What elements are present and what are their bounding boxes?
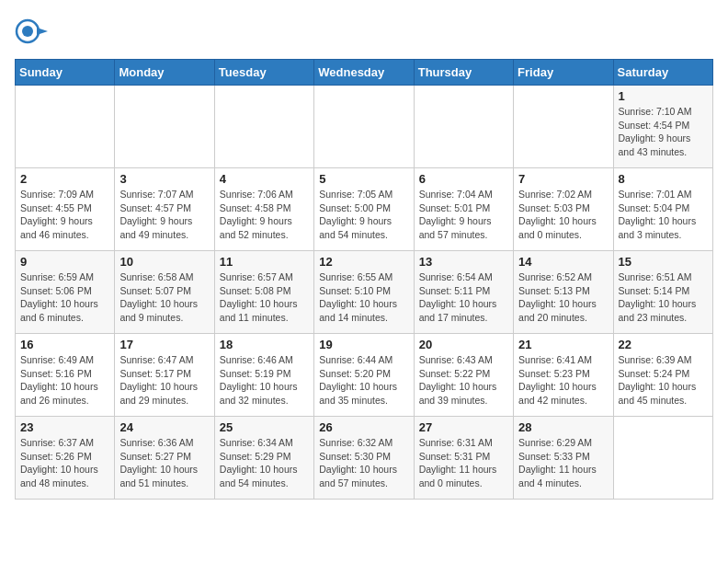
- day-number: 16: [20, 338, 109, 351]
- day-number: 25: [220, 420, 309, 434]
- calendar-cell: 17Sunrise: 6:47 AM Sunset: 5:17 PM Dayli…: [115, 334, 214, 417]
- calendar-cell: 10Sunrise: 6:58 AM Sunset: 5:07 PM Dayli…: [115, 251, 214, 334]
- calendar-cell: 20Sunrise: 6:43 AM Sunset: 5:22 PM Dayli…: [414, 334, 513, 417]
- day-number: 3: [119, 172, 209, 186]
- calendar-cell: 2Sunrise: 7:09 AM Sunset: 4:55 PM Daylig…: [16, 168, 115, 251]
- day-info: Sunrise: 7:05 AM Sunset: 5:00 PM Dayligh…: [319, 188, 408, 242]
- day-info: Sunrise: 6:47 AM Sunset: 5:17 PM Dayligh…: [119, 353, 209, 408]
- calendar-cell: 13Sunrise: 6:54 AM Sunset: 5:11 PM Dayli…: [414, 251, 513, 334]
- calendar-week-row: 2Sunrise: 7:09 AM Sunset: 4:55 PM Daylig…: [16, 168, 713, 251]
- calendar-week-row: 16Sunrise: 6:49 AM Sunset: 5:16 PM Dayli…: [16, 334, 713, 417]
- day-info: Sunrise: 6:37 AM Sunset: 5:26 PM Dayligh…: [20, 436, 109, 490]
- weekday-header-cell: Friday: [514, 60, 613, 86]
- day-info: Sunrise: 6:49 AM Sunset: 5:16 PM Dayligh…: [20, 353, 109, 408]
- day-number: 5: [319, 172, 408, 186]
- weekday-header-cell: Wednesday: [314, 60, 414, 86]
- calendar-cell: [115, 86, 214, 168]
- calendar-week-row: 9Sunrise: 6:59 AM Sunset: 5:06 PM Daylig…: [16, 251, 713, 334]
- day-number: 6: [419, 172, 508, 186]
- day-info: Sunrise: 7:09 AM Sunset: 4:55 PM Dayligh…: [20, 188, 109, 242]
- day-info: Sunrise: 6:32 AM Sunset: 5:30 PM Dayligh…: [319, 436, 408, 490]
- calendar-cell: 27Sunrise: 6:31 AM Sunset: 5:31 PM Dayli…: [414, 417, 513, 500]
- day-info: Sunrise: 6:51 AM Sunset: 5:14 PM Dayligh…: [619, 270, 708, 325]
- calendar-cell: 21Sunrise: 6:41 AM Sunset: 5:23 PM Dayli…: [514, 334, 613, 417]
- weekday-header-cell: Thursday: [414, 60, 513, 86]
- day-number: 24: [119, 420, 209, 434]
- calendar-table: SundayMondayTuesdayWednesdayThursdayFrid…: [15, 59, 713, 500]
- calendar-cell: 25Sunrise: 6:34 AM Sunset: 5:29 PM Dayli…: [214, 417, 313, 500]
- calendar-cell: 12Sunrise: 6:55 AM Sunset: 5:10 PM Dayli…: [314, 251, 414, 334]
- calendar-week-row: 23Sunrise: 6:37 AM Sunset: 5:26 PM Dayli…: [16, 417, 713, 500]
- svg-point-1: [22, 26, 33, 37]
- calendar-cell: 9Sunrise: 6:59 AM Sunset: 5:06 PM Daylig…: [16, 251, 115, 334]
- logo-icon: [15, 18, 48, 52]
- calendar-cell: 6Sunrise: 7:04 AM Sunset: 5:01 PM Daylig…: [414, 168, 513, 251]
- day-info: Sunrise: 6:39 AM Sunset: 5:24 PM Dayligh…: [619, 353, 708, 408]
- day-number: 14: [518, 255, 608, 269]
- day-info: Sunrise: 6:34 AM Sunset: 5:29 PM Dayligh…: [220, 436, 309, 490]
- calendar-cell: 18Sunrise: 6:46 AM Sunset: 5:19 PM Dayli…: [214, 334, 313, 417]
- calendar-cell: [214, 86, 313, 168]
- day-number: 26: [319, 420, 408, 434]
- day-number: 4: [220, 172, 309, 186]
- day-number: 15: [619, 255, 708, 269]
- calendar-cell: 19Sunrise: 6:44 AM Sunset: 5:20 PM Dayli…: [314, 334, 414, 417]
- svg-marker-2: [37, 28, 48, 35]
- day-info: Sunrise: 6:36 AM Sunset: 5:27 PM Dayligh…: [119, 436, 209, 490]
- calendar-cell: 1Sunrise: 7:10 AM Sunset: 4:54 PM Daylig…: [613, 86, 712, 168]
- calendar-cell: 22Sunrise: 6:39 AM Sunset: 5:24 PM Dayli…: [613, 334, 712, 417]
- day-info: Sunrise: 7:06 AM Sunset: 4:58 PM Dayligh…: [220, 188, 309, 242]
- day-number: 28: [518, 420, 608, 434]
- day-info: Sunrise: 6:52 AM Sunset: 5:13 PM Dayligh…: [518, 270, 608, 325]
- calendar-cell: [613, 417, 712, 500]
- day-number: 2: [20, 172, 109, 186]
- day-info: Sunrise: 7:04 AM Sunset: 5:01 PM Dayligh…: [419, 188, 508, 242]
- day-info: Sunrise: 6:29 AM Sunset: 5:33 PM Dayligh…: [518, 436, 608, 490]
- calendar-body: 1Sunrise: 7:10 AM Sunset: 4:54 PM Daylig…: [16, 86, 713, 500]
- weekday-header-row: SundayMondayTuesdayWednesdayThursdayFrid…: [16, 60, 713, 86]
- day-number: 18: [220, 338, 309, 351]
- day-info: Sunrise: 6:41 AM Sunset: 5:23 PM Dayligh…: [518, 353, 608, 408]
- day-number: 13: [419, 255, 508, 269]
- day-info: Sunrise: 6:54 AM Sunset: 5:11 PM Dayligh…: [419, 270, 508, 325]
- day-number: 9: [20, 255, 109, 269]
- day-info: Sunrise: 7:01 AM Sunset: 5:04 PM Dayligh…: [619, 188, 708, 242]
- weekday-header-cell: Monday: [115, 60, 214, 86]
- day-number: 21: [518, 338, 608, 351]
- weekday-header-cell: Sunday: [16, 60, 115, 86]
- weekday-header-cell: Saturday: [613, 60, 712, 86]
- calendar-cell: 4Sunrise: 7:06 AM Sunset: 4:58 PM Daylig…: [214, 168, 313, 251]
- day-number: 20: [419, 338, 508, 351]
- calendar-cell: 14Sunrise: 6:52 AM Sunset: 5:13 PM Dayli…: [514, 251, 613, 334]
- weekday-header-cell: Tuesday: [214, 60, 313, 86]
- calendar-cell: 28Sunrise: 6:29 AM Sunset: 5:33 PM Dayli…: [514, 417, 613, 500]
- calendar-cell: 16Sunrise: 6:49 AM Sunset: 5:16 PM Dayli…: [16, 334, 115, 417]
- day-info: Sunrise: 7:02 AM Sunset: 5:03 PM Dayligh…: [518, 188, 608, 242]
- day-number: 22: [619, 338, 708, 351]
- calendar-cell: 5Sunrise: 7:05 AM Sunset: 5:00 PM Daylig…: [314, 168, 414, 251]
- calendar-cell: 23Sunrise: 6:37 AM Sunset: 5:26 PM Dayli…: [16, 417, 115, 500]
- day-info: Sunrise: 6:43 AM Sunset: 5:22 PM Dayligh…: [419, 353, 508, 408]
- day-info: Sunrise: 7:10 AM Sunset: 4:54 PM Dayligh…: [619, 105, 708, 159]
- calendar-cell: [414, 86, 513, 168]
- day-info: Sunrise: 6:44 AM Sunset: 5:20 PM Dayligh…: [319, 353, 408, 408]
- calendar-cell: 26Sunrise: 6:32 AM Sunset: 5:30 PM Dayli…: [314, 417, 414, 500]
- calendar-cell: 7Sunrise: 7:02 AM Sunset: 5:03 PM Daylig…: [514, 168, 613, 251]
- day-info: Sunrise: 6:31 AM Sunset: 5:31 PM Dayligh…: [419, 436, 508, 490]
- calendar-cell: 3Sunrise: 7:07 AM Sunset: 4:57 PM Daylig…: [115, 168, 214, 251]
- logo: [15, 18, 51, 52]
- day-number: 19: [319, 338, 408, 351]
- page-header: [15, 15, 713, 52]
- day-number: 27: [419, 420, 508, 434]
- day-number: 11: [220, 255, 309, 269]
- day-number: 8: [619, 172, 708, 186]
- day-number: 12: [319, 255, 408, 269]
- day-number: 7: [518, 172, 608, 186]
- day-info: Sunrise: 7:07 AM Sunset: 4:57 PM Dayligh…: [119, 188, 209, 242]
- calendar-cell: 24Sunrise: 6:36 AM Sunset: 5:27 PM Dayli…: [115, 417, 214, 500]
- day-info: Sunrise: 6:59 AM Sunset: 5:06 PM Dayligh…: [20, 270, 109, 325]
- calendar-cell: [16, 86, 115, 168]
- day-info: Sunrise: 6:57 AM Sunset: 5:08 PM Dayligh…: [220, 270, 309, 325]
- calendar-week-row: 1Sunrise: 7:10 AM Sunset: 4:54 PM Daylig…: [16, 86, 713, 168]
- day-number: 23: [20, 420, 109, 434]
